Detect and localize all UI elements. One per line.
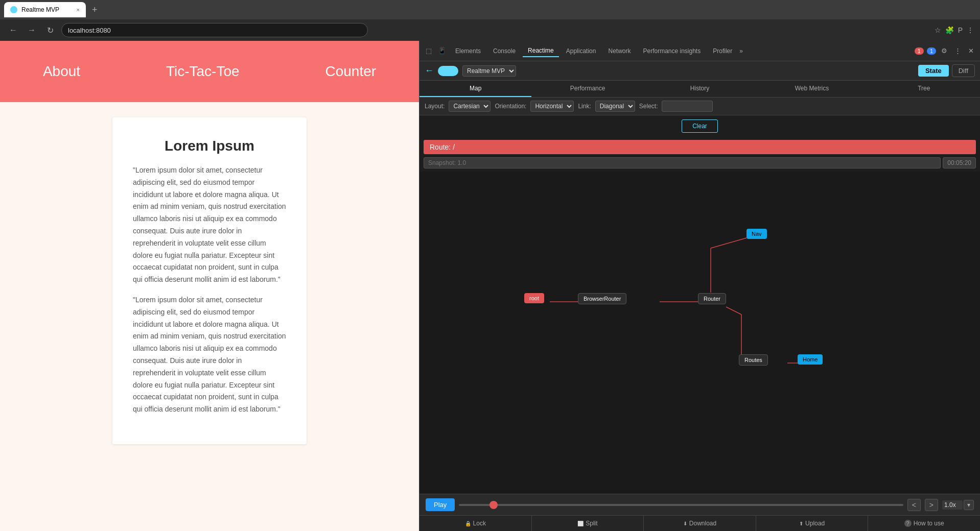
browser-tab[interactable]: Realtme MVP × xyxy=(4,2,86,17)
rt-zoom-value: 1.0x xyxy=(942,500,963,510)
snapshot-input[interactable] xyxy=(424,157,941,168)
tab-web-metrics[interactable]: Web Metrics xyxy=(756,81,868,97)
rt-state-btn[interactable]: State xyxy=(918,65,949,77)
rt-progress-thumb[interactable] xyxy=(489,501,498,509)
rt-help-btn[interactable]: How to use xyxy=(868,516,980,531)
node-router[interactable]: Router xyxy=(698,293,726,304)
node-browserrouter[interactable]: BrowserRouter xyxy=(578,293,626,304)
content-paragraph-1: "Lorem ipsum dolor sit amet, consectetur… xyxy=(133,164,286,286)
layout-select[interactable]: Cartesian Radial Force xyxy=(449,101,491,112)
upload-icon xyxy=(799,520,803,527)
link-label: Link: xyxy=(578,103,591,110)
tab-close-btn[interactable]: × xyxy=(77,7,80,13)
rt-toggle[interactable] xyxy=(438,66,458,76)
rt-lock-btn[interactable]: Lock xyxy=(419,516,532,531)
address-input[interactable]: localhost:8080 xyxy=(61,23,368,37)
rt-split-btn[interactable]: Split xyxy=(532,516,644,531)
address-text: localhost:8080 xyxy=(68,27,111,34)
rt-tabs: Map Performance History Web Metrics Tree xyxy=(419,81,980,98)
app-side: About Tic-Tac-Toe Counter Lorem Ipsum "L… xyxy=(0,41,419,531)
rt-back-btn[interactable]: ← xyxy=(425,65,434,76)
rt-graph: root BrowserRouter Router Nav Routes Hom… xyxy=(419,172,980,494)
rt-diff-btn[interactable]: Diff xyxy=(952,64,975,77)
rt-graph-svg xyxy=(419,172,980,494)
upload-label: Upload xyxy=(805,520,825,527)
rt-progress-bar[interactable] xyxy=(459,504,903,506)
help-icon xyxy=(904,520,912,527)
info-badge: 1 xyxy=(927,47,936,55)
tab-reactime[interactable]: Reactime xyxy=(523,45,559,57)
extensions-icon[interactable]: 🧩 xyxy=(945,26,954,34)
rt-download-btn[interactable]: Download xyxy=(644,516,756,531)
main-layout: About Tic-Tac-Toe Counter Lorem Ipsum "L… xyxy=(0,41,980,531)
svg-line-3 xyxy=(711,238,746,248)
nav-counter[interactable]: Counter xyxy=(305,58,396,85)
rt-zoom-dropdown[interactable]: ▾ xyxy=(964,500,974,510)
rt-controls: Layout: Cartesian Radial Force Orientati… xyxy=(419,98,980,115)
node-root[interactable]: root xyxy=(524,293,544,303)
rt-snapshot: 00:05:20 xyxy=(424,157,976,168)
orientation-label: Orientation: xyxy=(495,103,526,110)
tab-console[interactable]: Console xyxy=(488,45,521,57)
rt-header: ← Realtme MVP State Diff xyxy=(419,61,980,81)
tab-history[interactable]: History xyxy=(644,81,756,97)
rt-app-dropdown[interactable]: Realtme MVP xyxy=(462,65,516,77)
download-label: Download xyxy=(689,520,716,527)
more-icon-btn[interactable]: ⋮ xyxy=(952,45,963,57)
new-tab-btn[interactable]: + xyxy=(88,5,102,15)
lock-icon xyxy=(465,520,471,527)
node-routes[interactable]: Routes xyxy=(739,354,768,366)
forward-btn[interactable]: → xyxy=(25,23,39,37)
rt-time: 00:05:20 xyxy=(943,157,976,168)
tab-tree[interactable]: Tree xyxy=(868,81,980,97)
rt-route: Route: / xyxy=(424,140,976,154)
rt-play-btn[interactable]: Play xyxy=(426,498,455,511)
node-home[interactable]: Home xyxy=(798,354,823,365)
nav-tictactoe[interactable]: Tic-Tac-Toe xyxy=(146,58,260,85)
back-btn[interactable]: ← xyxy=(6,23,20,37)
split-label: Split xyxy=(586,520,597,527)
nav-about[interactable]: About xyxy=(22,58,101,85)
tab-map[interactable]: Map xyxy=(419,81,531,97)
tab-network[interactable]: Network xyxy=(603,45,636,57)
close-devtools-btn[interactable]: ✕ xyxy=(966,45,976,57)
tab-elements[interactable]: Elements xyxy=(450,45,486,57)
layout-label: Layout: xyxy=(425,103,445,110)
menu-icon[interactable]: ⋮ xyxy=(967,26,974,34)
more-tabs-btn[interactable]: » xyxy=(739,47,743,55)
lock-label: Lock xyxy=(473,520,486,527)
select-input[interactable] xyxy=(662,101,713,112)
node-nav[interactable]: Nav xyxy=(746,229,767,239)
reload-btn[interactable]: ↻ xyxy=(43,23,57,37)
app-content: Lorem Ipsum "Lorem ipsum dolor sit amet,… xyxy=(0,102,419,531)
rt-clear-area: Clear xyxy=(419,115,980,137)
tab-application[interactable]: Application xyxy=(561,45,601,57)
device-icon-btn[interactable]: 📱 xyxy=(436,45,448,57)
svg-line-4 xyxy=(726,307,741,315)
app-nav: About Tic-Tac-Toe Counter xyxy=(0,41,419,102)
browser-chrome: Realtme MVP × + xyxy=(0,0,980,19)
help-label: How to use xyxy=(914,520,944,527)
addressbar-icons: ☆ 🧩 P ⋮ xyxy=(935,26,974,34)
profile-icon[interactable]: P xyxy=(958,26,963,34)
rt-upload-btn[interactable]: Upload xyxy=(756,516,869,531)
devtools-topbar: ⬚ 📱 Elements Console Reactime Applicatio… xyxy=(419,41,980,61)
rt-next-btn[interactable]: > xyxy=(925,499,938,511)
tab-performance-insights[interactable]: Performance insights xyxy=(638,45,706,57)
tab-title: Realtme MVP xyxy=(21,6,59,13)
devtools-right-icons: 1 1 ⚙ ⋮ ✕ xyxy=(915,45,976,57)
reactime-panel: ← Realtme MVP State Diff Map Performance… xyxy=(419,61,980,531)
rt-bottom: Play < > 1.0x ▾ xyxy=(419,494,980,515)
tab-favicon xyxy=(10,6,17,13)
split-icon xyxy=(577,520,584,527)
tab-profiler[interactable]: Profiler xyxy=(708,45,737,57)
tab-performance[interactable]: Performance xyxy=(531,81,643,97)
rt-zoom: 1.0x ▾ xyxy=(942,500,974,510)
inspect-icon-btn[interactable]: ⬚ xyxy=(424,45,434,57)
rt-clear-btn[interactable]: Clear xyxy=(682,119,718,133)
settings-icon-btn[interactable]: ⚙ xyxy=(939,45,949,57)
rt-prev-btn[interactable]: < xyxy=(907,499,921,511)
bookmark-icon[interactable]: ☆ xyxy=(935,26,941,34)
link-select[interactable]: Diagonal Step Linear xyxy=(595,101,635,112)
orientation-select[interactable]: Horizontal Vertical xyxy=(530,101,574,112)
